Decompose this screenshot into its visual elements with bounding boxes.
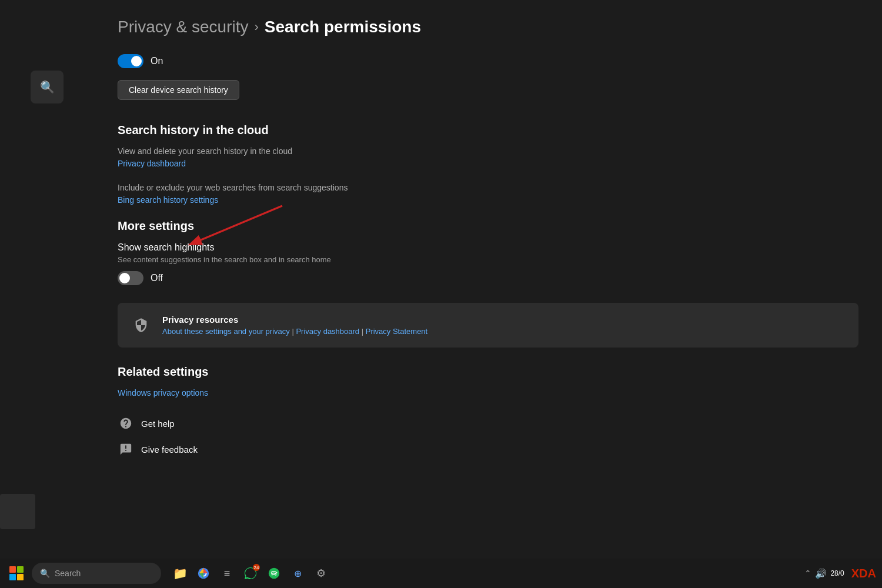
related-settings-heading: Related settings xyxy=(118,365,858,379)
main-content: Privacy & security › Search permissions … xyxy=(94,0,882,559)
top-toggle-row: On xyxy=(118,54,858,68)
win-logo-q4 xyxy=(17,574,24,580)
bing-search-history-link[interactable]: Bing search history settings xyxy=(118,195,218,205)
win-logo-q2 xyxy=(17,566,24,573)
chrome-icon[interactable] xyxy=(193,563,214,584)
search-icon: 🔍 xyxy=(40,80,55,94)
cloud-description-1: View and delete your search history in t… xyxy=(118,146,858,156)
highlights-toggle-label: Off xyxy=(151,273,163,283)
more-settings-section: Show search highlights See content sugge… xyxy=(118,242,858,285)
sidebar: 🔍 xyxy=(0,0,94,559)
top-toggle-switch[interactable] xyxy=(118,54,143,68)
privacy-statement-link[interactable]: Privacy Statement xyxy=(366,327,428,336)
give-feedback-label: Give feedback xyxy=(141,445,198,455)
highlights-toggle-switch[interactable] xyxy=(118,271,143,285)
give-feedback-item[interactable]: Give feedback xyxy=(118,441,858,457)
cloud-description-2: Include or exclude your web searches fro… xyxy=(118,183,858,192)
taskbar-system-icons: ⌃ xyxy=(804,569,811,578)
privacy-card-links: About these settings and your privacy | … xyxy=(162,327,427,336)
taskbar-search-icon: 🔍 xyxy=(40,569,50,578)
privacy-dashboard-link-2[interactable]: Privacy dashboard xyxy=(296,327,359,336)
highlights-toggle-knob xyxy=(119,273,130,283)
privacy-card-content: Privacy resources About these settings a… xyxy=(162,315,427,336)
remote-icon[interactable]: ⊕ xyxy=(287,563,308,584)
file-manager-icon[interactable]: ≡ xyxy=(216,563,238,584)
spotify-icon[interactable] xyxy=(263,563,285,584)
show-search-highlights-description: See content suggestions in the search bo… xyxy=(118,255,858,264)
about-settings-link[interactable]: About these settings and your privacy xyxy=(162,327,290,336)
privacy-resources-title: Privacy resources xyxy=(162,315,427,325)
breadcrumb-separator: › xyxy=(255,19,259,35)
start-button[interactable] xyxy=(6,563,27,584)
help-section: Get help Give feedback xyxy=(118,415,858,457)
sidebar-search-button[interactable]: 🔍 xyxy=(31,71,64,103)
win-logo-q1 xyxy=(9,566,16,573)
clear-device-search-history-button[interactable]: Clear device search history xyxy=(118,80,239,100)
taskbar-time: 28/0 xyxy=(830,569,844,579)
whatsapp-badge: 24 xyxy=(253,564,260,571)
whatsapp-icon[interactable]: 24 xyxy=(240,563,261,584)
taskbar-apps: 📁 ≡ 24 ⊕ ⚙ xyxy=(169,563,332,584)
cloud-link-group-1: View and delete your search history in t… xyxy=(118,146,858,169)
xda-watermark: XDA xyxy=(851,567,876,580)
taskbar-right: ⌃ 🔊 28/0 XDA xyxy=(804,567,876,580)
volume-icon[interactable]: 🔊 xyxy=(815,568,827,579)
taskbar-search-bar[interactable]: 🔍 Search xyxy=(32,563,161,584)
shield-icon xyxy=(129,313,153,337)
taskbar-search-text: Search xyxy=(55,569,81,578)
privacy-resources-card: Privacy resources About these settings a… xyxy=(118,303,858,348)
get-help-icon xyxy=(118,415,134,432)
windows-privacy-options-link[interactable]: Windows privacy options xyxy=(118,388,858,397)
cloud-section-heading: Search history in the cloud xyxy=(118,123,858,137)
get-help-item[interactable]: Get help xyxy=(118,415,858,432)
highlights-toggle-row: Off xyxy=(118,271,858,285)
file-explorer-icon[interactable]: 📁 xyxy=(169,563,191,584)
breadcrumb: Privacy & security › Search permissions xyxy=(118,18,858,36)
settings-icon[interactable]: ⚙ xyxy=(310,563,332,584)
toggle-knob xyxy=(131,56,142,66)
get-help-label: Get help xyxy=(141,419,175,429)
privacy-dashboard-link-1[interactable]: Privacy dashboard xyxy=(118,159,186,168)
top-toggle-label: On xyxy=(151,56,163,66)
more-settings-heading: More settings xyxy=(118,219,858,233)
taskbar: 🔍 Search 📁 ≡ 24 xyxy=(0,559,882,588)
breadcrumb-current-page: Search permissions xyxy=(265,18,421,36)
sidebar-bottom-panel xyxy=(0,494,35,529)
win-logo-q3 xyxy=(9,574,16,580)
windows-logo xyxy=(9,566,24,580)
cloud-link-group-2: Include or exclude your web searches fro… xyxy=(118,183,858,205)
taskbar-date: 28/0 xyxy=(830,569,844,579)
give-feedback-icon xyxy=(118,441,134,457)
show-search-highlights-title: Show search highlights xyxy=(118,242,858,253)
related-settings-section: Related settings Windows privacy options xyxy=(118,365,858,397)
breadcrumb-privacy-security[interactable]: Privacy & security xyxy=(118,18,249,36)
